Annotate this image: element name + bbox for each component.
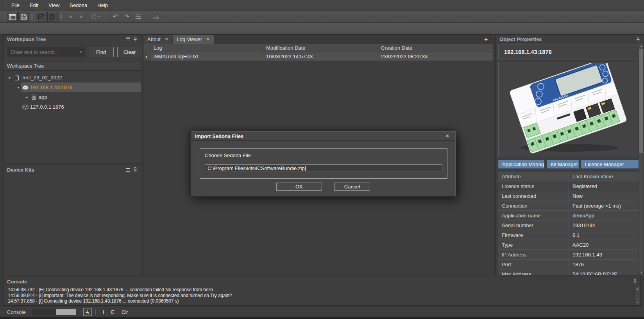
log-creation-date: 23/02/2022 08:20:33 — [378, 52, 493, 61]
column-header-modification-date[interactable]: Modification Date — [263, 44, 378, 52]
kit-inspector-button[interactable] — [47, 12, 58, 22]
clear-console-button[interactable]: Clr — [118, 309, 132, 315]
property-row-firmware[interactable]: Firmware 6.1 — [498, 230, 641, 240]
ok-button[interactable]: OK — [276, 183, 322, 191]
workspace-tree-title: Workspace Tree — [7, 36, 46, 42]
cancel-button[interactable]: Cancel — [334, 183, 370, 191]
close-tab-icon[interactable]: ✕ — [206, 37, 209, 41]
tree-search-row: ▾ Find Clear — [4, 43, 141, 61]
find-button[interactable]: Find — [89, 47, 114, 57]
clear-button[interactable]: Clear — [117, 47, 142, 57]
filter-info-button[interactable]: I — [99, 309, 108, 315]
expander-closed-icon[interactable]: ▸ — [24, 95, 30, 99]
minimize-panel-button[interactable] — [126, 38, 130, 41]
log-list-button[interactable] — [133, 12, 143, 22]
footer-divider — [95, 309, 96, 315]
property-row-last-connected[interactable]: Last connected Now — [498, 191, 641, 201]
add-tab-button[interactable]: + — [479, 35, 493, 44]
menu-sedona[interactable]: Sedona — [64, 0, 92, 11]
property-row-type[interactable]: Type AAC20 — [498, 240, 641, 250]
pin-icon — [133, 37, 137, 42]
workspace-layout-button[interactable] — [7, 12, 18, 22]
dialog-buttons: OK Cancel — [191, 183, 455, 191]
pin-panel-button[interactable] — [633, 279, 637, 284]
dialog-close-icon[interactable]: ✕ — [444, 133, 451, 139]
kit-manager-button[interactable]: Kit Manager — [547, 160, 579, 168]
column-header-log[interactable]: Log — [150, 44, 263, 52]
device-image-box: AAC20-LCD — [498, 62, 639, 157]
scroll-up-icon[interactable]: ▲ — [639, 45, 644, 47]
secondary-toolbar-grip[interactable] — [4, 26, 6, 31]
menu-help[interactable]: Help — [92, 0, 113, 11]
property-row-licence-status[interactable]: Licence status Registered — [498, 181, 641, 191]
combo-caret-icon[interactable]: ▾ — [80, 50, 82, 54]
dialog-title-bar[interactable]: Import Sedona Files ✕ — [191, 132, 455, 141]
expander-open-icon[interactable]: ▾ — [15, 85, 21, 90]
console-input-box[interactable] — [32, 309, 76, 315]
toolbar-sep-1 — [60, 14, 63, 20]
property-value: 192.168.1.43 — [569, 250, 641, 259]
undo-button[interactable]: ↶ — [110, 12, 121, 22]
property-name: Application name — [498, 211, 569, 220]
log-table-row[interactable]: ▸ iSMAToolLogFile.txt 10/03/2022 14:57:4… — [143, 52, 493, 61]
toolbar-sep-3 — [146, 14, 148, 20]
property-row-port[interactable]: Port 1876 — [498, 260, 641, 269]
property-name: Licence status — [498, 181, 569, 191]
tree-node-app[interactable]: ▸ app — [4, 92, 141, 102]
filter-all-button[interactable]: A — [83, 308, 92, 316]
console-scrollbar[interactable]: ▲ ▼ — [634, 286, 640, 305]
toolbar-sep-2 — [106, 14, 108, 20]
expander-open-icon[interactable]: ▾ — [7, 75, 13, 80]
tree-node-device-192[interactable]: ▾ 192.168.1.43:1876 — [4, 82, 141, 92]
column-header-creation-date[interactable]: Creation Date — [378, 44, 493, 52]
property-value: 1876 — [569, 260, 641, 269]
property-row-serial-number[interactable]: Serial number 23310194 — [498, 220, 641, 230]
workspace-layout-icon — [9, 14, 16, 20]
scrollbar-thumb[interactable] — [639, 49, 643, 153]
pin-panel-button[interactable] — [133, 37, 137, 42]
device-connection-button[interactable] — [150, 12, 161, 22]
tab-strip: About ✕ Log Viewer ✕ + — [143, 35, 493, 44]
back-button[interactable]: ◀ — [65, 12, 75, 22]
menu-view[interactable]: View — [43, 0, 64, 11]
tab-log-viewer[interactable]: Log Viewer ✕ — [173, 35, 213, 44]
minimize-panel-button[interactable] — [126, 168, 130, 172]
property-name: Port — [498, 260, 569, 269]
toolbar-grip-2[interactable] — [31, 14, 34, 20]
pin-panel-button[interactable] — [133, 167, 137, 172]
property-row-connection[interactable]: Connection Fast (average <1 ms) — [498, 201, 641, 211]
property-row-ip-address[interactable]: IP Address 192.168.1.43 — [498, 250, 641, 260]
menu-edit[interactable]: Edit — [25, 0, 43, 11]
device-kits-title: Device Kits — [7, 167, 34, 173]
tab-about[interactable]: About ✕ — [143, 35, 172, 44]
filter-error-button[interactable]: E — [107, 309, 118, 315]
window-icon — [126, 168, 130, 172]
tree-node-project[interactable]: ▾ Test_23_02_2022 — [4, 73, 141, 82]
scroll-down-icon[interactable]: ▼ — [635, 301, 640, 304]
tree-search-input[interactable] — [10, 49, 80, 56]
save-button[interactable] — [18, 12, 29, 22]
console-log: 14:56:38.732 - [E] Connecting device 192… — [4, 286, 634, 305]
pin-panel-button[interactable] — [636, 37, 640, 42]
properties-scrollbar[interactable]: ▲ ▼ — [639, 43, 644, 275]
close-tab-icon[interactable]: ✕ — [165, 37, 168, 41]
sedona-file-path-input[interactable]: C:\Program Files\kits\iCSoftwareBundle.z… — [205, 164, 442, 172]
tree-node-label: 127.0.0.1:1876 — [29, 104, 64, 110]
scroll-up-icon[interactable]: ▲ — [635, 287, 640, 290]
licence-manager-button[interactable]: Licence Manager — [581, 160, 644, 168]
scroll-down-icon[interactable]: ▼ — [639, 271, 644, 274]
column-header-last-known-value: Last Known Value — [569, 172, 641, 181]
forward-button[interactable]: ▶ — [76, 12, 87, 22]
menu-file[interactable]: File — [6, 0, 25, 11]
properties-table: Attribute Last Known Value Licence statu… — [498, 172, 641, 275]
log-list-icon — [135, 14, 141, 20]
tree-search-combo[interactable]: ▾ — [7, 47, 85, 57]
toolbar-grip-1[interactable] — [4, 14, 6, 20]
edit-mode-off-button[interactable] — [36, 12, 47, 22]
application-manager-button[interactable]: Application Manager — [498, 160, 544, 168]
tree-node-device-127[interactable]: 127.0.0.1:1876 — [4, 102, 141, 112]
property-row-application-name[interactable]: Application name demoApp — [498, 211, 641, 220]
history-button[interactable]: ▾ — [88, 12, 103, 22]
redo-button[interactable]: ↷ — [122, 12, 132, 22]
property-row-mac-address[interactable]: Mac Address 54:10:EC:6B:DE:2E — [498, 269, 641, 275]
